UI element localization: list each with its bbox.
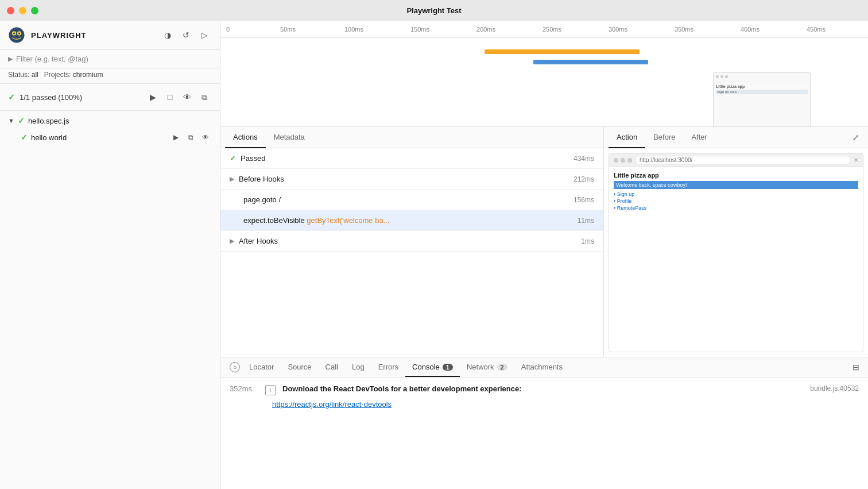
timeline-content: Little pizza app Sign up area <box>220 38 868 127</box>
console-time: 352ms <box>230 384 258 393</box>
action-passed[interactable]: ✓ Passed 434ms <box>220 148 603 169</box>
test-watch-button[interactable]: 👁 <box>199 131 212 144</box>
tab-after[interactable]: After <box>683 127 715 148</box>
timeline-thumbnail: Little pizza app Sign up area <box>713 72 811 127</box>
console-badge: 1 <box>443 364 453 371</box>
tab-network[interactable]: Network 2 <box>460 358 514 377</box>
stop-button[interactable]: □ <box>162 90 177 105</box>
status-value: all <box>32 71 38 79</box>
action-expect-name: expect.toBeVisible getByText('welcome ba… <box>243 216 561 225</box>
tab-log[interactable]: Log <box>345 358 371 377</box>
browser-links: Sign up Profile RemotePass <box>614 191 858 211</box>
window-controls <box>7 7 38 14</box>
detail-panel: Action Before After ⤢ http://loc <box>604 127 868 357</box>
test-tree: ▼ ✓ hello.spec.js ✓ hello world ▶ ⧉ 👁 <box>0 111 220 489</box>
action-after-hooks[interactable]: ▶ After Hooks 1ms <box>220 231 603 252</box>
action-after-hooks-duration: 1ms <box>565 237 594 245</box>
after-expand-icon: ▶ <box>230 237 234 245</box>
detail-content: http://localhost:3000/ ✕ Little pizza ap… <box>604 148 868 357</box>
pass-check-icon: ✓ <box>8 93 15 102</box>
sidebar: PLAYWRIGHT ◑ ↺ ▷ ▶ Filter (e.g. text, @t… <box>0 21 220 489</box>
svg-point-4 <box>18 33 20 34</box>
action-before-hooks-duration: 212ms <box>565 175 594 183</box>
test-copy-button[interactable]: ⧉ <box>184 131 197 144</box>
timeline-bar-orange <box>485 49 640 54</box>
chevron-down-icon: ▼ <box>8 117 14 124</box>
console-content: 352ms i Download the React DevTools for … <box>220 378 868 489</box>
filter-row[interactable]: ▶ Filter (e.g. text, @tag) <box>0 50 220 68</box>
console-link-row: https://reactjs.org/link/react-devtools <box>230 400 859 409</box>
split-view-button[interactable]: ⊟ <box>848 360 863 375</box>
tick-450: 450ms <box>783 26 849 33</box>
action-before-hooks[interactable]: ▶ Before Hooks 212ms <box>220 169 603 190</box>
network-badge: 2 <box>497 364 507 371</box>
tick-350: 350ms <box>651 26 717 33</box>
test-summary-row: ✓ 1/1 passed (100%) ▶ □ 👁 ⧉ <box>0 84 220 111</box>
detail-expand-button[interactable]: ⤢ <box>848 130 863 145</box>
browser-highlight: Welcome back, space cowboy! <box>614 181 858 189</box>
action-expect[interactable]: expect.toBeVisible getByText('welcome ba… <box>220 210 603 231</box>
tick-50: 50ms <box>255 26 321 33</box>
timeline-bar-blue <box>533 60 648 64</box>
svg-point-0 <box>9 28 25 43</box>
browser-dot-2 <box>621 158 625 163</box>
tab-actions[interactable]: Actions <box>225 127 266 148</box>
tab-source[interactable]: Source <box>281 358 318 377</box>
tab-call[interactable]: Call <box>319 358 345 377</box>
locator-target-icon[interactable] <box>225 357 242 377</box>
passed-check-icon: ✓ <box>230 154 236 163</box>
tab-before[interactable]: Before <box>645 127 683 148</box>
action-expect-duration: 11ms <box>565 217 594 225</box>
filter-arrow-icon: ▶ <box>8 55 13 63</box>
expand-button[interactable]: ▷ <box>197 28 212 43</box>
right-panel: 0 50ms 100ms 150ms 200ms 250ms 300ms 350… <box>220 21 868 489</box>
spec-check-icon: ✓ <box>18 116 25 125</box>
maximize-button[interactable] <box>31 7 38 14</box>
test-run-button[interactable]: ▶ <box>169 131 182 144</box>
middle-section: Actions Metadata ✓ Passed 434ms ▶ Before… <box>220 127 868 357</box>
tab-errors[interactable]: Errors <box>371 358 405 377</box>
tab-action[interactable]: Action <box>609 127 645 148</box>
main-layout: PLAYWRIGHT ◑ ↺ ▷ ▶ Filter (e.g. text, @t… <box>0 21 868 489</box>
action-after-hooks-name: After Hooks <box>239 237 561 245</box>
copy-button[interactable]: ⧉ <box>197 90 212 105</box>
spec-row[interactable]: ▼ ✓ hello.spec.js <box>0 113 220 128</box>
refresh-button[interactable]: ↺ <box>179 28 193 43</box>
tab-attachments[interactable]: Attachments <box>514 358 569 377</box>
tab-console[interactable]: Console 1 <box>405 358 460 377</box>
projects-label: Projects: <box>44 71 71 79</box>
timeline: 0 50ms 100ms 150ms 200ms 250ms 300ms 350… <box>220 21 868 127</box>
tick-100: 100ms <box>321 26 387 33</box>
actions-panel-tabs: Actions Metadata <box>220 127 603 148</box>
console-icon: i <box>265 385 276 395</box>
close-button[interactable] <box>7 7 14 14</box>
minimize-button[interactable] <box>19 7 26 14</box>
tick-300: 300ms <box>585 26 651 33</box>
tick-150: 150ms <box>387 26 453 33</box>
watch-button[interactable]: 👁 <box>180 90 195 105</box>
console-link[interactable]: https://reactjs.org/link/react-devtools <box>272 400 392 409</box>
console-message: Download the React DevTools for a better… <box>282 384 783 393</box>
browser-controls <box>614 158 632 163</box>
contrast-button[interactable]: ◑ <box>160 28 175 43</box>
svg-point-3 <box>13 33 15 34</box>
browser-url: http://localhost:3000/ <box>636 156 850 164</box>
browser-dot-1 <box>614 158 618 163</box>
status-label: Status: <box>8 71 29 79</box>
test-row[interactable]: ✓ hello world ▶ ⧉ 👁 <box>0 128 220 147</box>
filter-input-wrapper[interactable]: ▶ Filter (e.g. text, @tag) <box>8 55 212 63</box>
projects-value: chromium <box>73 71 103 79</box>
filter-label: Filter (e.g. text, @tag) <box>16 55 88 63</box>
tab-metadata[interactable]: Metadata <box>266 127 313 148</box>
action-goto[interactable]: page.goto / 156ms <box>220 190 603 210</box>
status-row: Status: all Projects: chromium <box>0 68 220 84</box>
sidebar-header: PLAYWRIGHT ◑ ↺ ▷ <box>0 21 220 50</box>
tick-250: 250ms <box>519 26 585 33</box>
tab-locator[interactable]: Locator <box>242 358 281 377</box>
run-all-button[interactable]: ▶ <box>145 90 160 105</box>
console-source: bundle.js:40532 <box>790 384 859 392</box>
action-before-hooks-name: Before Hooks <box>239 175 561 183</box>
header-actions: ◑ ↺ ▷ <box>160 28 212 43</box>
browser-page-title: Little pizza app <box>614 172 858 179</box>
browser-dot-3 <box>627 158 632 163</box>
